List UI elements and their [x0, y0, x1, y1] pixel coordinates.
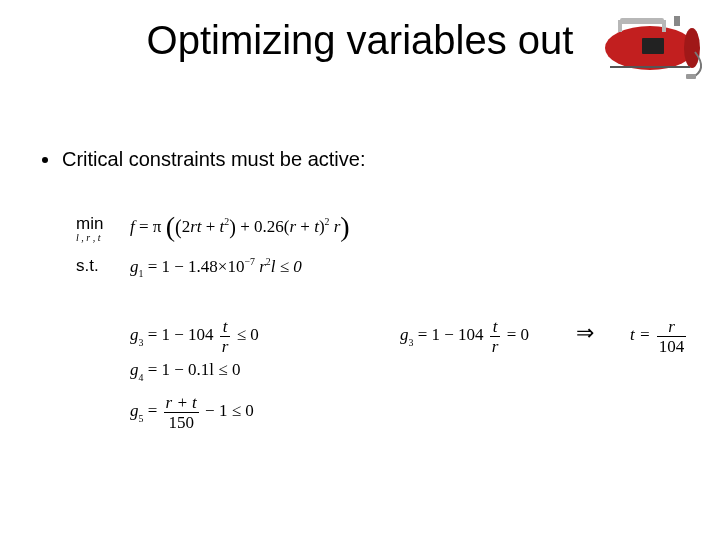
bullet-dot-icon [42, 157, 48, 163]
bullet-text: Critical constraints must be active: [62, 148, 365, 171]
eq-g3-active: g3 = 1 − 104 tr = 0 [400, 318, 529, 355]
label-min: min l , r , t [76, 214, 103, 243]
slide: Optimizing variables out Critical constr… [0, 0, 720, 540]
svg-rect-6 [674, 16, 680, 26]
label-st: s.t. [76, 256, 99, 276]
svg-rect-4 [618, 20, 622, 32]
eq-t-solution: t = r104 [630, 318, 688, 355]
bullet-item: Critical constraints must be active: [42, 148, 365, 171]
svg-rect-5 [662, 20, 666, 32]
eq-g5: g5 = r + t150 − 1 ≤ 0 [130, 394, 254, 431]
svg-point-1 [684, 28, 700, 68]
implies-arrow-icon: ⇒ [576, 320, 594, 346]
svg-rect-2 [642, 38, 664, 54]
svg-rect-3 [620, 18, 664, 24]
eq-g3: g3 = 1 − 104 tr ≤ 0 [130, 318, 259, 355]
eq-objective: f = π ((2rt + t2) + 0.26(r + t)2 r) [130, 212, 350, 244]
eq-g4: g4 = 1 − 0.1l ≤ 0 [130, 360, 240, 381]
tank-image [600, 10, 710, 84]
svg-rect-7 [686, 74, 696, 79]
eq-g1: g1 = 1 − 1.48×10−7 r2l ≤ 0 [130, 256, 302, 278]
